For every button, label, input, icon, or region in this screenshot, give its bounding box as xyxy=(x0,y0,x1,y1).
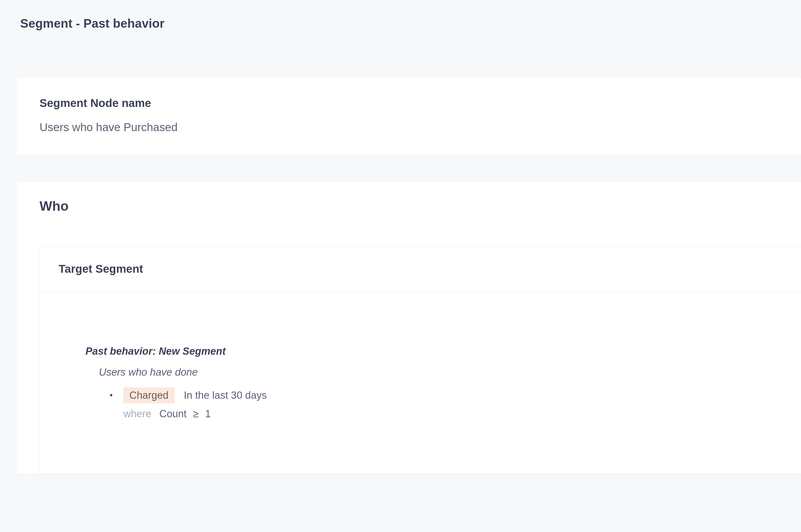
rule-list: • Charged In the last 30 days where Coun… xyxy=(110,387,801,420)
target-segment-title: Target Segment xyxy=(59,263,782,276)
segment-details: Past behavior: New Segment Users who hav… xyxy=(40,292,801,420)
rule-item: • Charged In the last 30 days where Coun… xyxy=(110,387,801,420)
who-title: Who xyxy=(17,198,801,214)
event-pill[interactable]: Charged xyxy=(124,387,174,403)
segment-node-value: Users who have Purchased xyxy=(39,121,778,134)
content-area: Segment Node name Users who have Purchas… xyxy=(0,78,801,474)
rule-timeframe: In the last 30 days xyxy=(184,390,267,401)
metric-label: Count xyxy=(160,408,187,420)
segment-node-title: Segment Node name xyxy=(39,97,778,110)
page-title: Segment - Past behavior xyxy=(20,16,781,31)
users-done-label: Users who have done xyxy=(99,366,801,378)
target-segment-header: Target Segment xyxy=(40,246,801,292)
who-card: Who Target Segment Past behavior: New Se… xyxy=(17,182,801,474)
operator-label: ≥ xyxy=(193,408,199,420)
segment-node-card: Segment Node name Users who have Purchas… xyxy=(17,78,801,155)
bullet-icon: • xyxy=(110,390,113,400)
target-segment-card: Target Segment Past behavior: New Segmen… xyxy=(39,246,801,474)
count-value: 1 xyxy=(205,408,211,420)
past-behavior-label: Past behavior: New Segment xyxy=(86,345,801,357)
where-label: where xyxy=(124,408,151,420)
where-clause: where Count ≥ 1 xyxy=(124,408,267,420)
page-header: Segment - Past behavior xyxy=(0,0,801,62)
